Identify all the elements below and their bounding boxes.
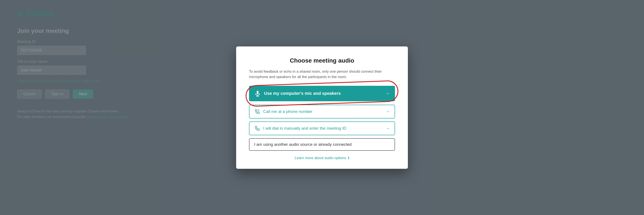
info-icon: ℹ (348, 156, 349, 160)
call-phone-number-button[interactable]: Call me at a phone number → (249, 105, 395, 118)
modal-description: To avoid feedback or echo in a shared ro… (249, 69, 395, 80)
use-computer-mic-label: Use my computer's mic and speakers (264, 91, 341, 96)
dial-manually-arrow-icon: → (386, 126, 390, 131)
modal-title: Choose meeting audio (249, 57, 395, 64)
dial-phone-icon (254, 125, 260, 131)
use-computer-mic-arrow-icon: → (385, 91, 390, 96)
dial-manually-label: I will dial in manually and enter the me… (263, 126, 346, 131)
call-phone-label: Call me at a phone number (263, 109, 312, 114)
modal-overlay: Choose meeting audio To avoid feedback o… (0, 0, 644, 215)
learn-more-link[interactable]: Learn more about audio options (295, 156, 346, 160)
phone-call-icon (254, 109, 260, 115)
use-computer-mic-button[interactable]: Use my computer's mic and speakers → (249, 86, 395, 101)
other-audio-label: I am using another audio source or alrea… (254, 142, 352, 147)
dial-manually-button[interactable]: I will dial in manually and enter the me… (249, 121, 395, 135)
mic-speaker-icon (254, 90, 261, 97)
call-phone-arrow-icon: → (386, 109, 390, 114)
learn-more-section: Learn more about audio options ℹ (249, 156, 395, 160)
choose-audio-modal: Choose meeting audio To avoid feedback o… (236, 47, 408, 169)
other-audio-source-button[interactable]: I am using another audio source or alrea… (249, 138, 395, 151)
svg-rect-0 (257, 91, 258, 94)
